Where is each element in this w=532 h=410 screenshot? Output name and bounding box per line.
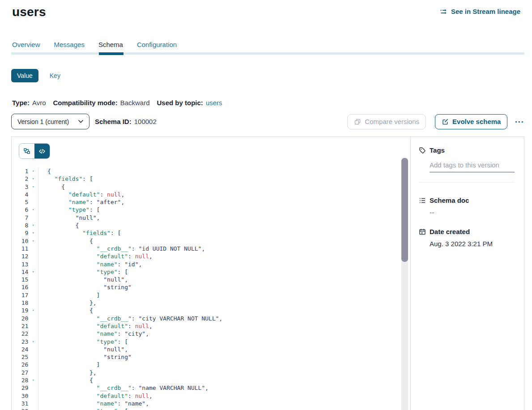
line-gutter: 2▾ — [12, 175, 38, 183]
fold-spacer — [28, 252, 38, 260]
schema-id-label: Schema ID: — [95, 118, 132, 125]
version-select-value: Version 1 (current) — [17, 118, 69, 125]
line-number: 29 — [12, 384, 28, 392]
code-line: 7 "null", — [12, 214, 410, 222]
fold-toggle-icon[interactable]: ▾ — [28, 222, 38, 229]
line-gutter: 32▾ — [12, 407, 38, 410]
fold-spacer — [28, 283, 38, 291]
code-content: "name": "id", — [38, 261, 142, 268]
code-pane: 1▾{2▾ "fields": [3▾ {4 "default": null,5… — [12, 137, 411, 410]
line-number: 2 — [12, 175, 28, 183]
code-line: 14▾ "type": [ — [12, 268, 410, 276]
schema-sidebar: Tags Schema doc -- Date created Aug — [411, 137, 524, 410]
line-number: 19 — [12, 307, 28, 314]
code-content: "default": null, — [38, 252, 153, 260]
tab-messages[interactable]: Messages — [54, 41, 85, 48]
code-content: "type": [ — [38, 338, 128, 346]
date-created-heading-label: Date created — [430, 228, 470, 235]
fold-toggle-icon[interactable]: ▾ — [28, 167, 38, 175]
fold-toggle-icon[interactable]: ▾ — [28, 206, 38, 214]
fold-toggle-icon[interactable]: ▾ — [28, 307, 38, 314]
code-content: "type": [ — [38, 268, 128, 276]
line-gutter: 31 — [12, 400, 38, 407]
code-view-button[interactable] — [34, 144, 50, 158]
line-gutter: 14▾ — [12, 268, 38, 276]
more-actions-button[interactable]: ••• — [515, 114, 524, 129]
line-gutter: 9▾ — [12, 229, 38, 237]
tab-active-indicator — [99, 52, 123, 55]
code-content: { — [38, 222, 79, 229]
code-content: "null", — [38, 346, 128, 353]
code-line: 4 "default": null, — [12, 191, 410, 198]
evolve-schema-button[interactable]: Evolve schema — [435, 114, 507, 129]
code-line: 6▾ "type": [ — [12, 206, 410, 214]
line-number: 16 — [12, 283, 28, 291]
line-gutter: 24 — [12, 346, 38, 353]
editor-scrollbar-thumb[interactable] — [401, 158, 408, 262]
code-content: ] — [38, 291, 100, 299]
fold-toggle-icon[interactable]: ▾ — [28, 376, 38, 384]
fold-toggle-icon[interactable]: ▾ — [28, 183, 38, 191]
tab-overview[interactable]: Overview — [12, 41, 40, 48]
edit-schema-icon — [442, 118, 449, 125]
line-gutter: 8▾ — [12, 222, 38, 229]
compare-versions-button[interactable]: Compare versions — [347, 114, 426, 129]
meta-used-by-topic: Used by topic: users — [157, 99, 222, 107]
fold-spacer — [28, 315, 38, 322]
schema-doc-section-heading: Schema doc — [419, 196, 515, 204]
compatibility-label: Compatibility mode: — [53, 99, 117, 107]
code-content: "type": [ — [38, 407, 128, 410]
code-content: "null", — [38, 276, 128, 283]
compatibility-value: Backward — [120, 99, 150, 107]
fold-spacer — [28, 291, 38, 299]
line-number: 4 — [12, 191, 28, 198]
code-content: { — [38, 183, 65, 191]
tags-section-heading: Tags — [419, 146, 515, 154]
tab-schema[interactable]: Schema — [98, 41, 123, 48]
code-line: 12 "default": null, — [12, 252, 410, 260]
code-line: 15 "null", — [12, 276, 410, 283]
fold-toggle-icon[interactable]: ▾ — [28, 268, 38, 276]
key-toggle-button[interactable]: Key — [50, 72, 60, 79]
add-tags-input[interactable] — [430, 161, 515, 172]
line-gutter: 17 — [12, 291, 38, 299]
fold-toggle-icon[interactable]: ▾ — [28, 175, 38, 183]
code-line: 10▾ { — [12, 237, 410, 245]
line-number: 1 — [12, 167, 28, 175]
line-gutter: 5 — [12, 198, 38, 206]
fold-toggle-icon[interactable]: ▾ — [28, 338, 38, 346]
fold-spacer — [28, 330, 38, 337]
code-line: 16 "string" — [12, 283, 410, 291]
value-toggle-button[interactable]: Value — [11, 69, 38, 82]
fold-toggle-icon[interactable]: ▾ — [28, 407, 38, 410]
topic-link[interactable]: users — [206, 99, 222, 107]
line-number: 23 — [12, 338, 28, 346]
fold-spacer — [28, 245, 38, 252]
code-content: "name": "name", — [38, 400, 149, 407]
line-number: 21 — [12, 322, 28, 330]
line-gutter: 25 — [12, 353, 38, 361]
line-gutter: 13 — [12, 261, 38, 268]
code-line: 20 "__crdb__": "city VARCHAR NOT NULL", — [12, 315, 410, 322]
code-content: "fields": [ — [38, 229, 121, 237]
code-content: "default": null, — [38, 392, 153, 400]
fold-spacer — [28, 392, 38, 400]
code-content: "name": "city", — [38, 330, 149, 337]
line-number: 8 — [12, 222, 28, 229]
editor-view-toggle — [19, 143, 50, 159]
code-content: "string" — [38, 283, 132, 291]
code-content: "fields": [ — [38, 175, 93, 183]
fold-toggle-icon[interactable]: ▾ — [28, 237, 38, 245]
code-content: }, — [38, 369, 97, 376]
editor-scrollbar-track[interactable] — [401, 157, 408, 410]
line-gutter: 1▾ — [12, 167, 38, 175]
stream-lineage-link[interactable]: See in Stream lineage — [440, 8, 520, 15]
code-line: 9▾ "fields": [ — [12, 229, 410, 237]
fold-toggle-icon[interactable]: ▾ — [28, 229, 38, 237]
tab-configuration[interactable]: Configuration — [137, 41, 177, 48]
line-number: 20 — [12, 315, 28, 322]
version-select[interactable]: Version 1 (current) — [11, 114, 89, 129]
line-gutter: 3▾ — [12, 183, 38, 191]
tree-view-button[interactable] — [19, 144, 34, 158]
code-line: 32▾ "type": [ — [12, 407, 410, 410]
